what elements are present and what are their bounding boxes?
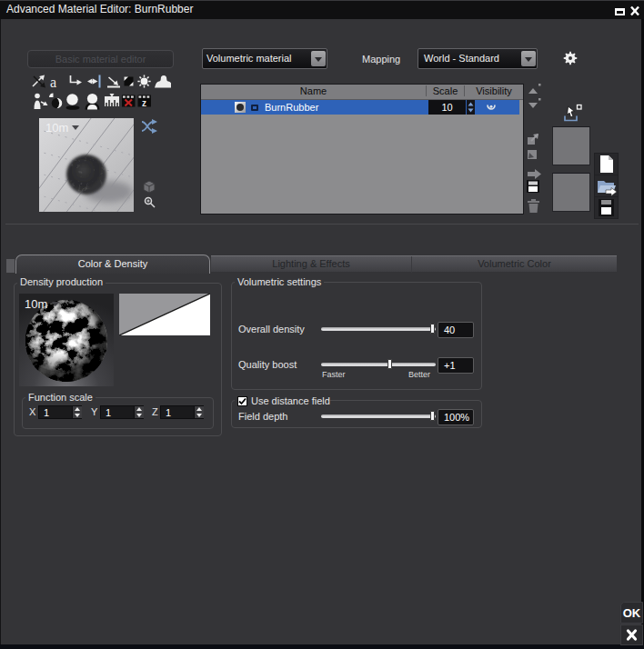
svg-text:10m: 10m	[45, 121, 68, 135]
svg-text:10m: 10m	[25, 297, 47, 311]
svg-text:z: z	[142, 98, 146, 108]
svg-text:a: a	[50, 75, 56, 90]
